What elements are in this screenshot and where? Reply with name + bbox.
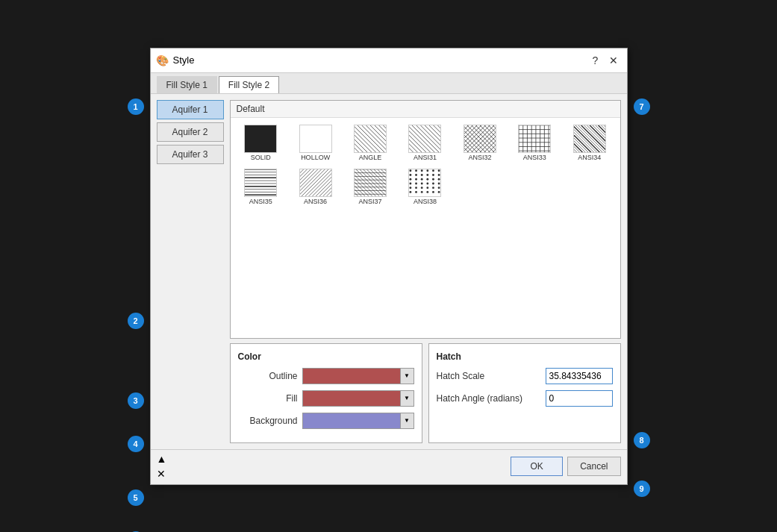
pattern-item[interactable]: ANSI34 bbox=[562, 121, 617, 166]
pattern-label: ANSI32 bbox=[468, 154, 491, 162]
pattern-label: ANSI34 bbox=[578, 154, 601, 162]
svg-point-256 bbox=[433, 187, 435, 190]
svg-point-234 bbox=[410, 174, 412, 176]
pattern-label: ANSI33 bbox=[523, 154, 546, 162]
pattern-swatch bbox=[408, 169, 441, 197]
svg-point-263 bbox=[438, 191, 440, 193]
svg-point-232 bbox=[433, 170, 435, 172]
right-panel: Default SOLIDHOLLOWANGLEANSI31ANSI32ANSI… bbox=[230, 100, 621, 443]
pattern-label: ANSI35 bbox=[249, 198, 272, 206]
svg-point-257 bbox=[438, 187, 440, 190]
annotation-4: 4 bbox=[128, 436, 144, 452]
svg-point-237 bbox=[427, 174, 429, 176]
outline-color-picker[interactable]: ▼ bbox=[302, 368, 414, 384]
pattern-swatch bbox=[573, 125, 606, 153]
pattern-item[interactable]: ANSI37 bbox=[343, 165, 397, 210]
dialog-outer: 1 2 3 4 5 6 7 8 9 🎨 Style ? ✕ Fill Style… bbox=[150, 48, 628, 485]
background-label: Background bbox=[238, 416, 298, 426]
svg-point-239 bbox=[438, 174, 440, 176]
tab-fill-style-2[interactable]: Fill Style 2 bbox=[219, 76, 279, 93]
annotation-1: 1 bbox=[128, 98, 144, 115]
pattern-item[interactable]: SOLID bbox=[234, 121, 288, 166]
color-section-title: Color bbox=[238, 351, 414, 362]
hatch-section-title: Hatch bbox=[437, 351, 613, 362]
pattern-grid: SOLIDHOLLOWANGLEANSI31ANSI32ANSI33ANSI34… bbox=[231, 118, 620, 213]
hatch-scale-input[interactable] bbox=[546, 368, 613, 384]
svg-point-243 bbox=[427, 178, 429, 181]
pattern-item[interactable]: ANSI32 bbox=[452, 121, 507, 166]
pattern-item[interactable]: ANSI38 bbox=[398, 165, 452, 210]
pattern-swatch bbox=[299, 125, 332, 153]
svg-point-252 bbox=[410, 187, 412, 190]
pattern-swatch bbox=[354, 169, 387, 197]
outline-row: Outline ▼ bbox=[238, 368, 414, 384]
help-button[interactable]: ? bbox=[588, 53, 603, 68]
pattern-item[interactable]: ANSI36 bbox=[288, 165, 343, 210]
svg-point-231 bbox=[427, 170, 429, 172]
outline-dropdown-arrow[interactable]: ▼ bbox=[400, 369, 414, 384]
svg-point-261 bbox=[427, 191, 429, 193]
close-button[interactable]: ✕ bbox=[606, 53, 621, 68]
background-dropdown-arrow[interactable]: ▼ bbox=[400, 413, 414, 428]
pattern-item[interactable]: ANSI33 bbox=[508, 121, 562, 166]
title-bar-left: 🎨 Style bbox=[157, 54, 195, 66]
up-arrow-icon[interactable]: ▲ bbox=[157, 453, 167, 465]
pattern-item[interactable]: ANSI31 bbox=[398, 121, 452, 166]
ok-button[interactable]: OK bbox=[511, 457, 563, 476]
background-color-picker[interactable]: ▼ bbox=[302, 413, 414, 429]
layer-aquifer1[interactable]: Aquifer 1 bbox=[157, 100, 224, 119]
color-section: Color Outline ▼ Fill ▼ bbox=[230, 343, 422, 443]
layer-panel: Aquifer 1 Aquifer 2 Aquifer 3 bbox=[157, 100, 224, 443]
pattern-swatch bbox=[244, 125, 277, 153]
pattern-swatch bbox=[244, 169, 277, 197]
annotation-3: 3 bbox=[128, 392, 144, 409]
svg-rect-227 bbox=[409, 169, 440, 196]
title-controls: ? ✕ bbox=[588, 53, 621, 68]
delete-icon[interactable]: ✕ bbox=[157, 468, 167, 480]
svg-point-260 bbox=[421, 191, 423, 193]
fill-row: Fill ▼ bbox=[238, 390, 414, 407]
dialog-content: Aquifer 1 Aquifer 2 Aquifer 3 Default SO… bbox=[151, 94, 627, 449]
tabs-bar: Fill Style 1 Fill Style 2 bbox=[151, 73, 627, 94]
fill-dropdown-arrow[interactable]: ▼ bbox=[400, 391, 414, 406]
color-hatch-row: Color Outline ▼ Fill ▼ bbox=[230, 343, 621, 443]
fill-color-picker[interactable]: ▼ bbox=[302, 390, 414, 407]
svg-point-236 bbox=[421, 174, 423, 176]
cancel-button[interactable]: Cancel bbox=[567, 457, 620, 476]
hatch-scale-row: Hatch Scale bbox=[437, 368, 613, 384]
pattern-label: ANGLE bbox=[359, 154, 382, 162]
layer-aquifer3[interactable]: Aquifer 3 bbox=[157, 145, 224, 164]
svg-point-238 bbox=[433, 174, 435, 176]
hatch-angle-input[interactable] bbox=[546, 390, 613, 407]
style-icon: 🎨 bbox=[157, 54, 169, 66]
pattern-swatch bbox=[354, 125, 387, 153]
outline-swatch bbox=[303, 369, 400, 384]
pattern-item[interactable]: ANGLE bbox=[343, 121, 397, 166]
annotation-9: 9 bbox=[634, 481, 650, 497]
tab-fill-style-1[interactable]: Fill Style 1 bbox=[157, 76, 217, 93]
svg-point-248 bbox=[421, 183, 423, 185]
pattern-swatch bbox=[464, 125, 496, 153]
fill-swatch bbox=[303, 391, 400, 406]
svg-point-245 bbox=[438, 178, 440, 181]
pattern-item[interactable]: ANSI35 bbox=[234, 165, 288, 210]
svg-point-251 bbox=[438, 183, 440, 185]
pattern-panel[interactable]: Default SOLIDHOLLOWANGLEANSI31ANSI32ANSI… bbox=[230, 100, 621, 339]
pattern-label: ANSI38 bbox=[414, 198, 437, 206]
svg-point-246 bbox=[410, 183, 412, 185]
svg-point-254 bbox=[421, 187, 423, 190]
pattern-header: Default bbox=[231, 101, 620, 118]
annotation-5: 5 bbox=[128, 489, 144, 506]
svg-point-242 bbox=[421, 178, 423, 181]
pattern-label: ANSI37 bbox=[359, 198, 382, 206]
pattern-item[interactable]: HOLLOW bbox=[288, 121, 343, 166]
background-swatch bbox=[303, 413, 400, 428]
annotation-7: 7 bbox=[634, 98, 650, 115]
hatch-angle-label: Hatch Angle (radians) bbox=[437, 393, 541, 404]
outline-label: Outline bbox=[238, 371, 298, 381]
fill-label: Fill bbox=[238, 393, 298, 404]
pattern-swatch bbox=[518, 125, 551, 153]
hatch-angle-row: Hatch Angle (radians) bbox=[437, 390, 613, 407]
layer-aquifer2[interactable]: Aquifer 2 bbox=[157, 122, 224, 142]
pattern-label: ANSI36 bbox=[304, 198, 327, 206]
